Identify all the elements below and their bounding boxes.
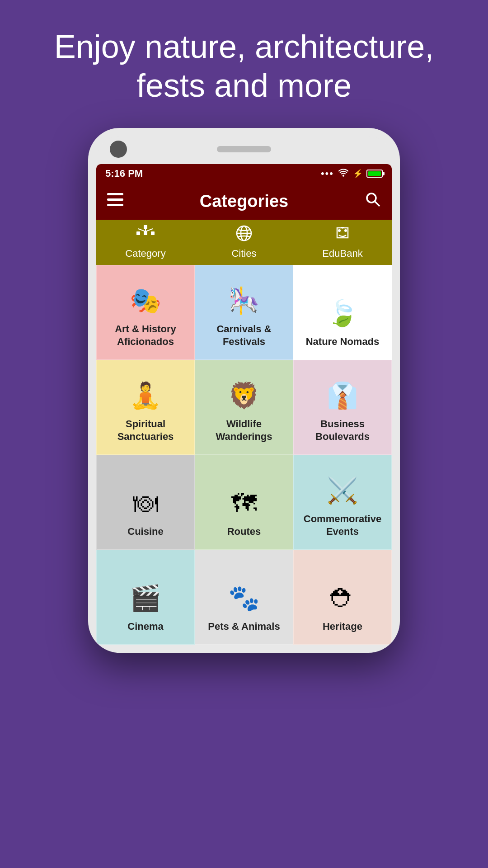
category-spiritual[interactable]: 🧘 Spiritual Sanctuaries: [96, 360, 195, 455]
business-label: Business Boulevards: [298, 418, 387, 443]
heritage-label: Heritage: [323, 620, 362, 633]
app-bar: Categories: [96, 183, 392, 220]
category-pets[interactable]: 🐾 Pets & Animals: [195, 550, 293, 645]
cuisine-icon: 🍽: [133, 489, 158, 518]
svg-rect-1: [107, 198, 123, 201]
phone-screen: 5:16 PM ••• ⚡: [96, 164, 392, 645]
art-history-label: Art & History Aficionados: [101, 323, 190, 349]
carnivals-icon: 🎠: [228, 286, 260, 316]
category-carnivals[interactable]: 🎠 Carnivals & Festivals: [195, 265, 293, 360]
svg-rect-8: [151, 231, 155, 235]
svg-rect-0: [107, 193, 123, 195]
art-history-icon: 🎭: [130, 286, 161, 316]
cinema-label: Cinema: [127, 620, 163, 633]
wildlife-label: Wildlife Wanderings: [200, 418, 288, 443]
svg-point-15: [338, 229, 341, 232]
category-cuisine[interactable]: 🍽 Cuisine: [96, 455, 195, 550]
category-nature-nomads[interactable]: 🍃 Nature Nomads: [293, 265, 392, 360]
commemorative-label: Commemorative Events: [298, 513, 387, 538]
search-button[interactable]: [365, 191, 381, 212]
routes-label: Routes: [227, 525, 261, 538]
dots-icon: •••: [321, 168, 334, 179]
cuisine-label: Cuisine: [127, 525, 163, 538]
status-time: 5:16 PM: [105, 168, 143, 179]
nature-nomads-label: Nature Nomads: [306, 335, 380, 349]
tab-edubank-label: EduBank: [322, 248, 362, 259]
front-camera: [110, 141, 127, 158]
pets-icon: 🐾: [228, 583, 260, 613]
tab-cities[interactable]: Cities: [195, 225, 293, 259]
svg-point-3: [367, 193, 376, 203]
category-wildlife[interactable]: 🦁 Wildlife Wanderings: [195, 360, 293, 455]
wifi-icon: [338, 168, 349, 179]
status-bar: 5:16 PM ••• ⚡: [96, 164, 392, 183]
routes-icon: 🗺: [231, 489, 257, 518]
app-title: Categories: [200, 192, 288, 211]
svg-line-4: [375, 202, 380, 206]
tab-category-label: Category: [125, 248, 165, 259]
svg-rect-6: [136, 231, 140, 235]
svg-point-16: [344, 229, 347, 232]
category-tab-icon: [136, 225, 155, 245]
cinema-icon: 🎬: [130, 583, 161, 613]
wildlife-icon: 🦁: [228, 381, 260, 410]
tab-edubank[interactable]: EduBank: [293, 225, 392, 259]
status-icons: ••• ⚡: [321, 168, 383, 179]
menu-button[interactable]: [107, 192, 123, 211]
hero-text: Enjoy nature, architecture, fests and mo…: [0, 0, 488, 128]
category-cinema[interactable]: 🎬 Cinema: [96, 550, 195, 645]
category-art-history[interactable]: 🎭 Art & History Aficionados: [96, 265, 195, 360]
svg-rect-7: [144, 231, 147, 235]
category-heritage[interactable]: ⛑ Heritage: [293, 550, 392, 645]
cities-tab-icon: [236, 225, 252, 245]
earpiece: [217, 146, 271, 152]
heritage-icon: ⛑: [330, 584, 355, 613]
category-routes[interactable]: 🗺 Routes: [195, 455, 293, 550]
pets-label: Pets & Animals: [208, 620, 280, 633]
category-commemorative[interactable]: ⚔️ Commemorative Events: [293, 455, 392, 550]
spiritual-icon: 🧘: [130, 381, 161, 410]
tab-cities-label: Cities: [231, 248, 256, 259]
edubank-tab-icon: [334, 225, 351, 245]
phone-device: 5:16 PM ••• ⚡: [88, 128, 400, 653]
svg-rect-5: [144, 225, 147, 229]
signal-icon: ⚡: [353, 169, 363, 179]
phone-notch: [96, 136, 392, 164]
battery-icon: [366, 170, 383, 178]
spiritual-label: Spiritual Sanctuaries: [101, 418, 190, 443]
svg-line-9: [138, 229, 145, 231]
category-grid: 🎭 Art & History Aficionados 🎠 Carnivals …: [96, 265, 392, 645]
tab-bar: Category Cities: [96, 220, 392, 265]
tab-category[interactable]: Category: [96, 225, 195, 259]
svg-rect-2: [107, 204, 123, 206]
svg-line-11: [145, 229, 153, 231]
carnivals-label: Carnivals & Festivals: [200, 323, 288, 349]
commemorative-icon: ⚔️: [327, 476, 358, 505]
nature-nomads-icon: 🍃: [327, 298, 358, 328]
business-icon: 👔: [327, 381, 358, 410]
category-business[interactable]: 👔 Business Boulevards: [293, 360, 392, 455]
